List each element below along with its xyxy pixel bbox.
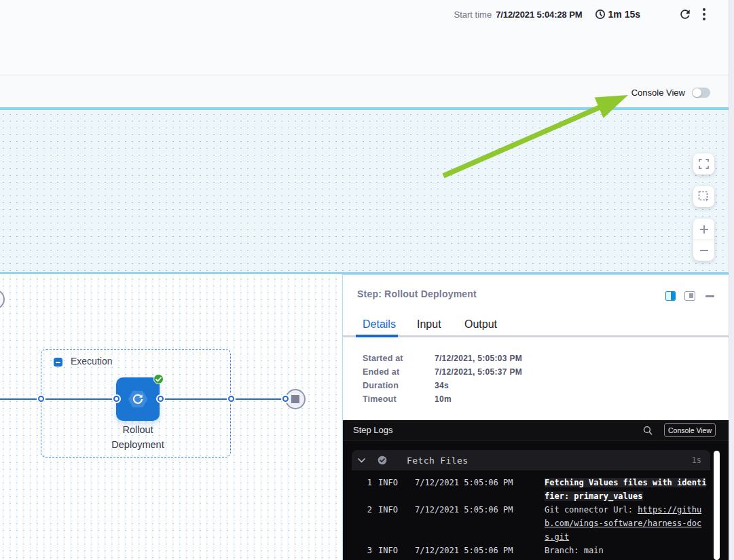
- detail-row: Started at 7/12/2021, 5:05:03 PM: [363, 352, 522, 365]
- check-circle: [378, 455, 387, 465]
- step-graph-canvas[interactable]: Execution Rollout Deployment: [0, 274, 342, 560]
- marquee-select-button[interactable]: [693, 186, 714, 207]
- detail-row: Timeout 10m: [363, 392, 522, 406]
- connector-dot: [158, 396, 164, 402]
- detail-rows: Started at 7/12/2021, 5:05:03 PM Ended a…: [363, 352, 522, 406]
- collapsed-right-rail[interactable]: [729, 0, 734, 560]
- console-view-toggle[interactable]: [692, 88, 710, 98]
- detail-row: Ended at 7/12/2021, 5:05:37 PM: [363, 365, 522, 379]
- connector-dot: [113, 396, 120, 402]
- rollout-deployment-node[interactable]: [116, 377, 160, 421]
- logs-scrollbar[interactable]: [714, 451, 720, 560]
- log-line: 1 INFO 7/12/2021 5:05:06 PM Fetching Val…: [352, 476, 729, 503]
- zoom-out-button[interactable]: [693, 240, 714, 261]
- console-view-button[interactable]: Console View: [664, 423, 716, 437]
- log-line: 2 INFO 7/12/2021 5:05:06 PM Git connecto…: [352, 503, 729, 544]
- refresh-arrow-icon: [132, 393, 144, 405]
- refresh-icon: [678, 7, 692, 21]
- tab-details[interactable]: Details: [363, 318, 396, 331]
- log-line: 3 INFO 7/12/2021 5:05:06 PM Branch: main: [352, 544, 729, 557]
- stop-icon: [291, 395, 299, 403]
- step-logs-header: Step Logs Console View: [343, 420, 729, 441]
- step-logs-panel: Step Logs Console View: [343, 420, 729, 560]
- detail-row: Duration 34s: [363, 379, 522, 392]
- clock-icon: [595, 9, 606, 20]
- elapsed-time: 1m 15s: [608, 9, 640, 20]
- zoom-controls: [693, 219, 714, 261]
- tab-divider: [343, 335, 729, 337]
- minimize-panel-button[interactable]: [705, 295, 714, 297]
- log-section-title: Fetch Files: [407, 455, 469, 466]
- zoom-in-button[interactable]: [693, 219, 714, 240]
- execution-page: Start time 7/12/2021 5:04:28 PM 1m 15s C…: [0, 0, 729, 560]
- log-section-fetch-files[interactable]: Fetch Files 1s: [352, 450, 710, 470]
- console-view-label: Console View: [631, 88, 685, 98]
- connector-dot: [228, 396, 234, 402]
- tab-output[interactable]: Output: [464, 318, 497, 331]
- log-url-link[interactable]: s.git: [545, 532, 569, 542]
- refresh-button[interactable]: [678, 7, 692, 22]
- panel-tabs: Details Input Output: [343, 318, 729, 333]
- start-time-value: 7/12/2021 5:04:28 PM: [496, 10, 582, 20]
- step-logs-title: Step Logs: [353, 425, 393, 435]
- split-view-bottom-button[interactable]: [684, 291, 695, 301]
- node-label: Rollout Deployment: [84, 422, 192, 452]
- split-view-right-button[interactable]: [665, 291, 676, 301]
- step-details-panel: Step: Rollout Deployment Details Input O…: [342, 274, 729, 560]
- expand-icon: [699, 159, 709, 169]
- chevron-down-icon: [358, 458, 365, 463]
- node-label-line1: Rollout: [84, 422, 192, 437]
- toggle-knob: [693, 88, 701, 97]
- details-area: Step: Rollout Deployment Details Input O…: [343, 275, 729, 420]
- check-icon: [155, 377, 162, 382]
- execution-header: Start time 7/12/2021 5:04:28 PM 1m 15s: [0, 0, 729, 75]
- search-icon: [643, 426, 653, 435]
- start-time-label: Start time: [454, 10, 492, 20]
- log-url-link[interactable]: b.com/wings-software/harness-doc: [545, 519, 701, 528]
- clock-face-icon: [595, 9, 606, 20]
- panel-title: Step: Rollout Deployment: [357, 288, 477, 299]
- log-url-link[interactable]: https://githu: [638, 505, 701, 515]
- fit-to-screen-button[interactable]: [693, 153, 714, 174]
- stage-canvas[interactable]: [0, 107, 729, 274]
- logs-body: Fetch Files 1s 1 INFO 7/12/2021 5:05:06 …: [343, 441, 729, 560]
- lower-area: Execution Rollout Deployment: [0, 274, 729, 560]
- kebab-icon: [702, 7, 706, 21]
- check-circle-icon: [378, 455, 387, 465]
- connector-dot: [282, 396, 289, 402]
- execution-group-label: Execution: [71, 356, 112, 367]
- chevron-icon: [358, 458, 365, 463]
- collapse-minus-icon: [56, 362, 60, 363]
- split-bottom-fill-icon: [689, 293, 693, 298]
- more-options-button[interactable]: [702, 7, 706, 22]
- split-right-fill-icon: [671, 292, 675, 300]
- connector-dot: [38, 396, 44, 402]
- log-section-duration: 1s: [692, 455, 701, 465]
- stop-node[interactable]: [285, 389, 306, 409]
- tab-input[interactable]: Input: [417, 318, 441, 331]
- active-tab-indicator: [356, 335, 398, 337]
- previous-node-partial: [0, 289, 5, 310]
- plus-icon: [699, 224, 710, 235]
- execution-toolbar: Console View: [0, 76, 729, 107]
- marquee-icon: [698, 191, 710, 202]
- minus-icon: [699, 245, 710, 256]
- collapse-group-button[interactable]: [54, 358, 62, 367]
- rollout-refresh-icon: [132, 393, 144, 405]
- log-lines: 1 INFO 7/12/2021 5:05:06 PM Fetching Val…: [352, 470, 729, 557]
- search-logs-button[interactable]: [641, 424, 655, 437]
- success-badge: [153, 374, 164, 384]
- node-label-line2: Deployment: [84, 437, 192, 452]
